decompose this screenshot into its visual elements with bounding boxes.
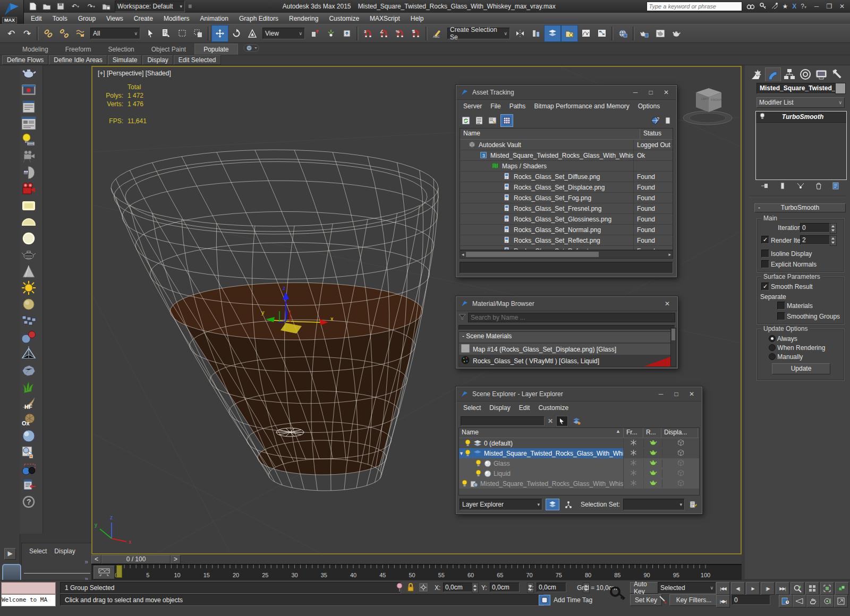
- display-cell[interactable]: [662, 469, 699, 478]
- ribbon-subtab-display[interactable]: Display: [142, 55, 173, 65]
- visibility-bulb-icon[interactable]: [464, 449, 471, 457]
- asset-menu-paths[interactable]: Paths: [506, 102, 530, 110]
- maxscript-mini-recorder[interactable]: [1, 582, 56, 594]
- visibility-bulb-icon[interactable]: [759, 113, 766, 122]
- asset-row[interactable]: Maps / Shaders: [460, 161, 673, 172]
- remove-modifier-icon[interactable]: [815, 182, 822, 191]
- render-cell[interactable]: [644, 469, 662, 477]
- radio-always[interactable]: [769, 335, 776, 342]
- material-row[interactable]: Rocks_Glass_Set ( VRayMtl ) [Glass, Liqu…: [459, 355, 675, 366]
- overflow-chevrons-icon[interactable]: »: [84, 558, 88, 566]
- menu-item-tools[interactable]: Tools: [47, 14, 73, 23]
- visibility-bulb-icon[interactable]: [475, 459, 482, 467]
- material-search-input[interactable]: [468, 313, 675, 322]
- explicit-normals-checkbox[interactable]: [761, 260, 769, 268]
- ribbon-subtab-simulate[interactable]: Simulate: [108, 55, 142, 65]
- ribbon-display-dropdown[interactable]: [243, 44, 259, 54]
- pan-view-button[interactable]: [806, 595, 820, 608]
- render-iterative-button[interactable]: [668, 25, 684, 41]
- explorer-column-1[interactable]: Fr...: [624, 428, 643, 438]
- tab-hierarchy[interactable]: [782, 67, 797, 81]
- render-production-button[interactable]: [652, 25, 668, 41]
- clear-search-icon[interactable]: ✕: [548, 417, 553, 425]
- camera-icon[interactable]: [20, 148, 38, 164]
- asset-row[interactable]: Rocks_Glass_Set_Normal.pngFound: [460, 225, 673, 235]
- column-status[interactable]: Status: [640, 129, 673, 139]
- explorer-menu-select[interactable]: Select: [460, 404, 484, 412]
- update-button[interactable]: Update: [772, 363, 830, 374]
- radio-when-rendering[interactable]: [769, 344, 776, 351]
- time-marker[interactable]: [116, 565, 122, 578]
- freeze-cell[interactable]: [624, 469, 644, 478]
- iterations-spinner[interactable]: [830, 223, 837, 234]
- maximize-viewport-button[interactable]: [834, 595, 848, 608]
- explorer-column-3[interactable]: Displa...: [661, 428, 698, 438]
- show-end-result-icon[interactable]: [779, 182, 786, 191]
- select-and-rotate-icon[interactable]: [228, 25, 244, 41]
- asset-row[interactable]: Rocks_Glass_Set_Glossiness.pngFound: [460, 214, 673, 225]
- info-icon[interactable]: [664, 115, 672, 126]
- orbit-button[interactable]: [820, 595, 834, 608]
- layer-filter-icon[interactable]: [571, 416, 582, 426]
- smoothing-groups-checkbox[interactable]: [777, 312, 785, 320]
- workspace-dropdown[interactable]: Workspace: Default▾: [115, 1, 185, 12]
- minimize-button[interactable]: ─: [811, 3, 822, 10]
- select-by-name-icon[interactable]: [158, 25, 174, 41]
- render-setup-panel-icon[interactable]: [20, 98, 38, 115]
- modifier-stack[interactable]: TurboSmooth: [755, 111, 847, 180]
- panel-menu-display[interactable]: Display: [54, 547, 75, 555]
- rendered-frame-window-button[interactable]: [636, 25, 652, 41]
- material-browser-titlebar[interactable]: Material/Map Browser ✕: [456, 297, 677, 311]
- cubes-icon[interactable]: [835, 582, 849, 595]
- prev-frame-button[interactable]: <: [91, 555, 101, 564]
- rendered-frame-window-icon[interactable]: [20, 82, 38, 98]
- explorer-search-input[interactable]: [461, 416, 545, 426]
- toolbar-options-icon[interactable]: ≡: [188, 3, 192, 10]
- asset-row[interactable]: Rocks_Glass_Set_Reflect.pngFound: [460, 235, 673, 246]
- cone-icon[interactable]: [20, 263, 38, 279]
- ribbon-subtab-define-idle-areas[interactable]: Define Idle Areas: [49, 55, 107, 65]
- maximize-button[interactable]: ❐: [823, 3, 835, 10]
- set-key-brush-icon[interactable]: [659, 595, 667, 605]
- field-of-view-button[interactable]: [793, 595, 806, 608]
- menu-item-edit[interactable]: Edit: [26, 14, 47, 23]
- freeze-cell[interactable]: [624, 459, 644, 468]
- rock-icon[interactable]: [20, 362, 38, 378]
- ribbon-tab-object-paint[interactable]: Object Paint: [143, 44, 194, 55]
- ribbon-tab-selection[interactable]: Selection: [99, 44, 142, 55]
- menu-item-animation[interactable]: Animation: [195, 14, 234, 23]
- auto-key-button[interactable]: Auto Key: [630, 582, 662, 594]
- visibility-bulb-icon[interactable]: [461, 480, 468, 487]
- maximize-icon[interactable]: □: [645, 89, 657, 96]
- object-name-field[interactable]: Misted_Square_Twisted_: [756, 83, 837, 94]
- camera-red-icon[interactable]: [20, 181, 38, 197]
- material-row[interactable]: ..Map #14 (Rocks_Glass_Set_Displace.png)…: [459, 343, 675, 355]
- select-and-move-icon[interactable]: [211, 25, 228, 42]
- select-objects-icon[interactable]: [20, 460, 38, 477]
- expand-panel-button[interactable]: ▶: [4, 548, 16, 560]
- asset-row[interactable]: Autodesk VaultLogged Out ...: [460, 140, 673, 150]
- favorites-star-icon[interactable]: ★: [783, 3, 788, 10]
- object-color-swatch[interactable]: [835, 83, 846, 94]
- sphere-blue-icon[interactable]: [20, 427, 38, 444]
- project-folder-icon[interactable]: [101, 1, 112, 12]
- current-frame-field[interactable]: 0: [732, 595, 770, 605]
- select-object-icon[interactable]: [142, 25, 158, 41]
- render-cell[interactable]: [644, 449, 662, 457]
- ribbon-subtab-edit-selected[interactable]: Edit Selected: [174, 55, 221, 65]
- dome-light-icon[interactable]: [20, 213, 38, 230]
- asset-row[interactable]: Rocks_Glass_Set_Diffuse.pngFound: [460, 172, 673, 182]
- schematic-view-button[interactable]: [594, 25, 610, 41]
- close-icon[interactable]: ✕: [686, 390, 698, 398]
- sphere-picker-icon[interactable]: [20, 444, 38, 460]
- goto-end-button[interactable]: ▶▶|: [776, 582, 789, 595]
- asset-menu-file[interactable]: File: [487, 102, 504, 110]
- max-logo[interactable]: MAX: [0, 0, 24, 24]
- asset-row[interactable]: Rocks_Glass_Set_Refract.pngFound: [460, 246, 673, 250]
- layers-mode-icon[interactable]: [546, 499, 559, 510]
- scroll-thumb[interactable]: [466, 252, 599, 257]
- scene-explorer-titlebar[interactable]: Scene Explorer - Layer Explorer ─ □ ✕: [456, 387, 702, 401]
- key-filters-button[interactable]: Key Filters...: [669, 594, 718, 606]
- next-frame-button[interactable]: ||▶: [761, 582, 775, 595]
- new-file-icon[interactable]: [28, 1, 38, 12]
